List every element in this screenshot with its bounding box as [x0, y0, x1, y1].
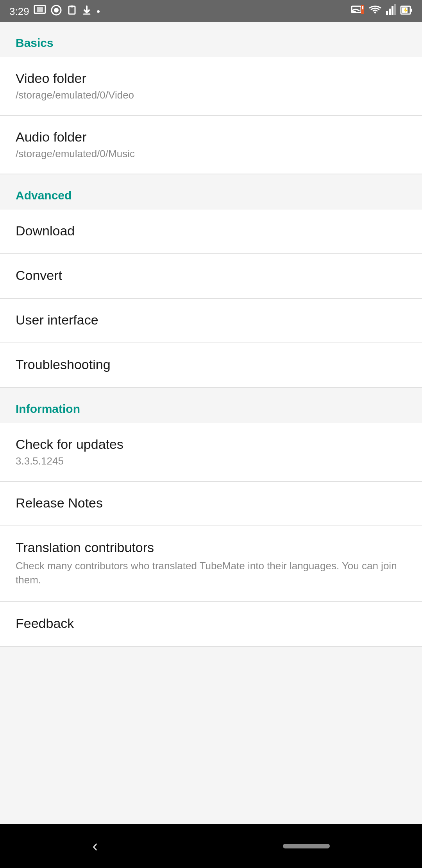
- audio-folder-item[interactable]: Audio folder /storage/emulated/0/Music: [0, 116, 422, 174]
- cast-icon: [351, 4, 365, 18]
- navigation-bar: ‹: [0, 824, 422, 868]
- dot-icon: ●: [97, 7, 100, 14]
- status-bar-left: 3:29 ●: [9, 4, 100, 18]
- basics-section-header: Basics: [0, 22, 422, 57]
- status-bar-right: [351, 4, 413, 18]
- svg-rect-5: [71, 5, 74, 7]
- video-folder-item[interactable]: Video folder /storage/emulated/0/Video: [0, 57, 422, 116]
- message-icon: [51, 4, 62, 18]
- information-section-header: Information: [0, 388, 422, 423]
- svg-rect-13: [394, 4, 396, 15]
- download-title: Download: [16, 224, 406, 239]
- svg-rect-1: [37, 7, 43, 11]
- release-notes-item[interactable]: Release Notes: [0, 482, 422, 526]
- user-interface-title: User interface: [16, 313, 406, 328]
- home-pill[interactable]: [283, 844, 330, 848]
- back-button[interactable]: ‹: [92, 836, 98, 856]
- wifi-icon: [369, 4, 381, 18]
- translation-contributors-item[interactable]: Translation contributors Check many cont…: [0, 526, 422, 603]
- video-folder-subtitle: /storage/emulated/0/Video: [16, 89, 406, 101]
- troubleshooting-title: Troubleshooting: [16, 357, 406, 373]
- svg-rect-9: [362, 6, 363, 9]
- convert-title: Convert: [16, 268, 406, 284]
- audio-folder-subtitle: /storage/emulated/0/Music: [16, 148, 406, 160]
- user-interface-item[interactable]: User interface: [0, 299, 422, 343]
- signal-icon: [385, 4, 396, 18]
- status-bar: 3:29 ●: [0, 0, 422, 22]
- translation-contributors-title: Translation contributors: [16, 540, 406, 556]
- svg-rect-11: [389, 9, 391, 15]
- advanced-section-header: Advanced: [0, 174, 422, 210]
- release-notes-title: Release Notes: [16, 496, 406, 511]
- translation-contributors-desc: Check many contributors who translated T…: [16, 559, 406, 588]
- video-folder-title: Video folder: [16, 71, 406, 87]
- screen-record-icon: [34, 4, 46, 18]
- download-item[interactable]: Download: [0, 210, 422, 254]
- convert-item[interactable]: Convert: [0, 254, 422, 299]
- check-updates-version: 3.3.5.1245: [16, 455, 406, 467]
- audio-folder-title: Audio folder: [16, 130, 406, 145]
- feedback-title: Feedback: [16, 617, 406, 632]
- check-updates-title: Check for updates: [16, 437, 406, 453]
- svg-rect-10: [386, 11, 388, 15]
- svg-rect-12: [392, 6, 393, 15]
- settings-content: Basics Video folder /storage/emulated/0/…: [0, 22, 422, 824]
- check-updates-item[interactable]: Check for updates 3.3.5.1245: [0, 423, 422, 482]
- svg-point-3: [54, 7, 59, 12]
- download-status-icon: [82, 4, 92, 18]
- battery-icon: [400, 4, 413, 18]
- feedback-item[interactable]: Feedback: [0, 603, 422, 647]
- clipboard-icon: [67, 4, 78, 18]
- svg-rect-15: [411, 9, 412, 12]
- time-display: 3:29: [9, 5, 29, 17]
- troubleshooting-item[interactable]: Troubleshooting: [0, 343, 422, 388]
